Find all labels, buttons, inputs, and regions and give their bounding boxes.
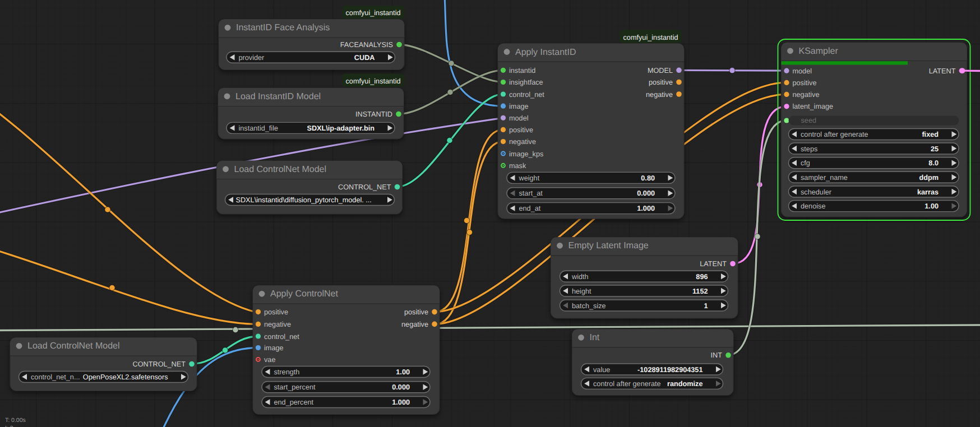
- svg-text:positive: positive: [509, 126, 533, 134]
- svg-text:1: 1: [704, 302, 708, 310]
- svg-text:INT: INT: [711, 351, 723, 359]
- svg-text:insightface: insightface: [509, 78, 543, 86]
- svg-text:KSampler: KSampler: [799, 47, 839, 56]
- svg-text:Apply ControlNet: Apply ControlNet: [270, 289, 339, 299]
- svg-text:instantid_file: instantid_file: [239, 124, 279, 132]
- svg-text:model: model: [509, 114, 529, 122]
- svg-text:OpenPoseXL2.safetensors: OpenPoseXL2.safetensors: [83, 373, 168, 381]
- svg-text:CUDA: CUDA: [354, 54, 375, 62]
- svg-text:Int: Int: [590, 333, 600, 342]
- svg-text:control_net: control_net: [509, 91, 544, 99]
- svg-text:FACEANALYSIS: FACEANALYSIS: [340, 41, 393, 49]
- svg-text:negative: negative: [401, 321, 428, 328]
- svg-text:0.80: 0.80: [641, 174, 655, 182]
- svg-text:1.00: 1.00: [924, 202, 939, 210]
- svg-text:image: image: [264, 344, 284, 352]
- svg-text:value: value: [593, 366, 610, 374]
- svg-text:Load ControlNet Model: Load ControlNet Model: [234, 165, 327, 174]
- svg-text:positive: positive: [649, 78, 673, 86]
- svg-text:negative: negative: [646, 91, 673, 99]
- svg-text:CONTROL_NET: CONTROL_NET: [338, 183, 391, 191]
- svg-text:positive: positive: [264, 308, 288, 316]
- svg-text:Load InstantID Model: Load InstantID Model: [235, 92, 321, 101]
- svg-text:control after generate: control after generate: [593, 380, 661, 388]
- svg-text:positive: positive: [793, 79, 817, 87]
- svg-text:denoise: denoise: [801, 202, 825, 210]
- svg-text:randomize: randomize: [667, 380, 702, 388]
- svg-text:0.000: 0.000: [392, 383, 410, 391]
- svg-text:INSTANTID: INSTANTID: [355, 110, 392, 118]
- svg-text:end_percent: end_percent: [274, 398, 314, 406]
- svg-text:end_at: end_at: [519, 205, 541, 212]
- svg-text:start_percent: start_percent: [274, 383, 316, 391]
- svg-text:1.00: 1.00: [396, 368, 410, 376]
- svg-text:fixed: fixed: [922, 131, 939, 138]
- svg-text:Load ControlNet Model: Load ControlNet Model: [27, 341, 120, 351]
- svg-text:control_net_n...: control_net_n...: [31, 373, 80, 381]
- svg-text:width: width: [571, 273, 589, 281]
- svg-text:MODEL: MODEL: [648, 67, 673, 75]
- svg-text:control_net: control_net: [264, 333, 299, 341]
- svg-text:cfg: cfg: [801, 159, 810, 167]
- svg-text:Empty Latent Image: Empty Latent Image: [568, 241, 649, 250]
- svg-text:seed: seed: [801, 117, 817, 124]
- svg-text:Apply InstantID: Apply InstantID: [515, 48, 576, 57]
- svg-text:positive: positive: [404, 308, 428, 316]
- svg-text:T: 0.00s: T: 0.00s: [5, 417, 26, 424]
- svg-text:SDXL\ip-adapter.bin: SDXL\ip-adapter.bin: [307, 124, 375, 132]
- svg-text:896: 896: [696, 273, 708, 281]
- svg-text:LATENT: LATENT: [700, 260, 727, 268]
- svg-text:scheduler: scheduler: [801, 188, 832, 196]
- svg-text:comfyui_instantid: comfyui_instantid: [623, 34, 678, 41]
- svg-text:I: 0: I: 0: [5, 425, 13, 427]
- svg-text:8.0: 8.0: [928, 159, 939, 167]
- svg-text:instantid: instantid: [509, 67, 535, 75]
- svg-text:weight: weight: [519, 174, 540, 182]
- svg-text:InstantID Face Analysis: InstantID Face Analysis: [236, 23, 330, 33]
- svg-text:latent_image: latent_image: [793, 103, 834, 110]
- svg-text:negative: negative: [793, 91, 820, 99]
- svg-text:CONTROL_NET: CONTROL_NET: [133, 360, 186, 368]
- svg-text:1.000: 1.000: [637, 205, 655, 212]
- svg-text:sampler_name: sampler_name: [801, 174, 848, 182]
- svg-text:1.000: 1.000: [392, 398, 410, 406]
- svg-text:-1028911982904351: -1028911982904351: [637, 366, 702, 374]
- svg-text:comfyui_instantid: comfyui_instantid: [345, 9, 400, 17]
- svg-text:image_kps: image_kps: [509, 150, 543, 158]
- svg-text:steps: steps: [801, 145, 817, 153]
- svg-text:1152: 1152: [692, 287, 708, 295]
- svg-text:control after generate: control after generate: [801, 131, 868, 138]
- svg-text:height: height: [572, 287, 591, 295]
- svg-text:start_at: start_at: [519, 189, 543, 197]
- svg-text:negative: negative: [509, 138, 536, 146]
- svg-text:mask: mask: [509, 162, 526, 170]
- svg-text:image: image: [509, 103, 529, 110]
- svg-text:0.000: 0.000: [637, 189, 655, 197]
- svg-text:strength: strength: [274, 368, 300, 376]
- svg-text:comfyui_instantid: comfyui_instantid: [345, 77, 400, 85]
- svg-text:karras: karras: [917, 188, 939, 196]
- svg-text:ddpm: ddpm: [919, 174, 939, 182]
- svg-text:vae: vae: [264, 356, 275, 364]
- svg-text:25: 25: [931, 145, 939, 153]
- svg-text:provider: provider: [239, 54, 265, 62]
- svg-text:SDXL\instantid\diffusion_pytor: SDXL\instantid\diffusion_pytorch_model. …: [236, 196, 372, 204]
- svg-text:batch_size: batch_size: [572, 302, 606, 310]
- svg-text:model: model: [793, 67, 812, 75]
- svg-text:LATENT: LATENT: [929, 67, 956, 75]
- svg-text:negative: negative: [264, 321, 291, 328]
